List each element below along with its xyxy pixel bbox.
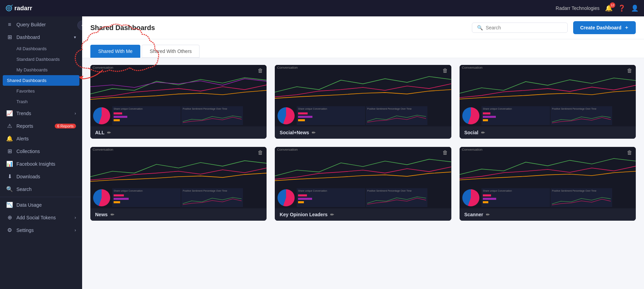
notifications-icon[interactable]: 🔔 12	[605, 4, 613, 12]
sidebar-item-settings[interactable]: ⚙ Settings ›	[0, 224, 82, 236]
tab-shared-with-others[interactable]: Shared With Others	[142, 45, 199, 58]
svg-rect-41	[275, 147, 451, 187]
chart-lines-social-news: Conversation	[275, 65, 451, 105]
notification-badge: 12	[610, 2, 615, 8]
topbar-right: Radarr Technologies 🔔 12 ❓ 👤	[556, 4, 639, 12]
sidebar-item-data-usage[interactable]: 📉 Data Usage	[0, 198, 82, 211]
sidebar-item-downloads[interactable]: ⬇ Downloads	[0, 170, 82, 183]
alerts-icon: 🔔	[6, 135, 13, 142]
svg-rect-10	[114, 116, 127, 118]
mini-bar-svg-social-news: Share unique Conversation	[297, 106, 365, 125]
card-title-news: News	[95, 212, 108, 217]
card-delete-social[interactable]: 🗑	[627, 68, 632, 74]
dashboard-card-social[interactable]: 🗑 Conversation Share un	[460, 65, 636, 139]
dashboard-card-scanner[interactable]: 🗑 Conversation Share un	[460, 147, 636, 221]
sidebar-item-reports[interactable]: ⚠ Reports 6 Reports	[0, 120, 82, 132]
favorites-label: Favorites	[16, 88, 35, 94]
help-icon[interactable]: ❓	[618, 4, 626, 12]
mini-pie-social-news	[278, 107, 295, 124]
sidebar-sub-item-standard-dashboards[interactable]: Standard Dashboards	[0, 54, 82, 65]
mini-bar-svg2-social: Positive Sentiment Percentage Over Time	[551, 106, 612, 125]
card-delete-news[interactable]: 🗑	[258, 150, 263, 156]
svg-text:radarr: radarr	[14, 5, 32, 12]
card-delete-all[interactable]: 🗑	[258, 68, 263, 74]
search-box[interactable]: 🔍	[472, 23, 568, 33]
user-avatar[interactable]: 👤	[631, 4, 639, 12]
sidebar-sub-item-my-dashboards[interactable]: My Dashboards	[0, 65, 82, 75]
all-dashboards-label: All Dashboards	[16, 46, 47, 51]
sidebar-sub-item-favorites[interactable]: Favorites	[0, 86, 82, 96]
sidebar-item-dashboard[interactable]: ⊞ Dashboard ▾	[0, 31, 82, 43]
mini-pie-all	[93, 107, 110, 124]
mini-pie-news	[93, 189, 110, 206]
edit-icon-scanner[interactable]: ✏	[486, 212, 490, 217]
create-dashboard-plus-icon: ＋	[624, 25, 629, 31]
mini-bottom-scanner: Share unique Conversation Positive Senti…	[460, 187, 636, 208]
svg-rect-45	[298, 194, 307, 196]
dashboard-card-kol[interactable]: 🗑 Conversation Share un	[275, 147, 451, 221]
mini-pie-kol	[278, 189, 295, 206]
chart-lines-all: Conversation	[90, 65, 267, 105]
svg-text:Conversation: Conversation	[92, 66, 113, 69]
tab-shared-with-me[interactable]: Shared With Me	[90, 45, 140, 58]
sidebar-sub-item-shared-dashboards[interactable]: Shared Dashboards	[3, 75, 79, 86]
mini-pie-social	[462, 107, 479, 124]
sidebar-item-label-collections: Collections	[16, 149, 40, 154]
card-delete-scanner[interactable]: 🗑	[627, 150, 632, 156]
sidebar-item-facebook-insights[interactable]: 📊 Facebook Insights	[0, 157, 82, 170]
edit-icon-all[interactable]: ✏	[107, 130, 111, 135]
card-title-scanner: Scanner	[464, 212, 483, 217]
sidebar: ‹ ≡ Query Builder ⊞ Dashboard ▾ All Dash…	[0, 16, 82, 289]
edit-icon-social[interactable]: ✏	[481, 130, 485, 135]
card-title-all: ALL	[95, 130, 104, 135]
sidebar-item-trends[interactable]: 📈 Trends ›	[0, 107, 82, 120]
card-thumb-social-news: 🗑 Conversation Share un	[275, 65, 451, 126]
svg-rect-55	[483, 198, 496, 200]
sidebar-item-collections[interactable]: ⊞ Collections	[0, 145, 82, 157]
query-builder-icon: ≡	[6, 22, 13, 28]
svg-rect-50	[460, 147, 636, 187]
svg-text:Share unique Conversation: Share unique Conversation	[483, 108, 512, 110]
topbar: radarr Radarr Technologies 🔔 12 ❓ 👤	[0, 0, 644, 16]
dashboard-arrow: ▾	[74, 35, 76, 40]
card-label-all: ALL ✏	[90, 126, 267, 139]
sidebar-item-label-add-social-tokens: Add Social Tokens	[16, 215, 56, 220]
svg-rect-23	[460, 65, 636, 105]
svg-rect-29	[483, 119, 488, 121]
sidebar-divider	[0, 197, 82, 197]
mini-bottom-social-news: Share unique Conversation Positive Senti…	[275, 105, 451, 126]
edit-icon-kol[interactable]: ✏	[330, 212, 334, 217]
card-delete-kol[interactable]: 🗑	[442, 150, 448, 156]
mini-bar-svg2-scanner: Positive Sentiment Percentage Over Time	[551, 188, 612, 207]
sidebar-item-search[interactable]: 🔍 Search	[0, 183, 82, 195]
search-input[interactable]	[486, 25, 563, 30]
mini-bottom-all: Share unique Conversation Positive Senti…	[90, 105, 267, 126]
svg-text:Conversation: Conversation	[277, 66, 298, 69]
svg-rect-37	[114, 198, 129, 200]
mini-bottom-social: Share unique Conversation Positive Senti…	[460, 105, 636, 126]
create-dashboard-button[interactable]: Create Dashboard ＋	[573, 21, 636, 34]
dashboard-card-social-news[interactable]: 🗑 Conversation Share un	[275, 65, 451, 139]
facebook-insights-icon: 📊	[6, 161, 13, 167]
data-usage-icon: 📉	[6, 202, 13, 208]
standard-dashboards-label: Standard Dashboards	[16, 57, 60, 62]
dashboard-card-all[interactable]: 🗑 Conversation	[90, 65, 267, 139]
edit-icon-social-news[interactable]: ✏	[312, 130, 315, 135]
svg-text:Positive Sentiment Percentage : Positive Sentiment Percentage Over Time	[552, 108, 596, 110]
dashboard-card-news[interactable]: 🗑 Conversation Share un	[90, 147, 267, 221]
card-delete-social-news[interactable]: 🗑	[442, 68, 448, 74]
svg-text:Positive Sentiment Percentage : Positive Sentiment Percentage Over Time	[367, 190, 412, 192]
edit-icon-news[interactable]: ✏	[111, 212, 114, 217]
sidebar-sub-item-all-dashboards[interactable]: All Dashboards	[0, 43, 82, 54]
svg-rect-18	[298, 112, 308, 114]
sidebar-sub-item-trash[interactable]: Trash	[0, 96, 82, 107]
svg-point-2	[9, 8, 10, 9]
sidebar-item-query-builder[interactable]: ≡ Query Builder	[0, 18, 82, 31]
sidebar-item-alerts[interactable]: 🔔 Alerts	[0, 132, 82, 145]
sidebar-item-label-downloads: Downloads	[16, 174, 40, 179]
svg-text:Share unique Conversation: Share unique Conversation	[298, 108, 327, 110]
main-header: Shared Dashboards 🔍 Create Dashboard ＋	[82, 16, 644, 39]
sidebar-item-add-social-tokens[interactable]: ⊕ Add Social Tokens ›	[0, 211, 82, 224]
card-thumb-news: 🗑 Conversation Share un	[90, 147, 267, 208]
svg-text:Positive Sentiment Percentage : Positive Sentiment Percentage Over Time	[552, 190, 596, 192]
